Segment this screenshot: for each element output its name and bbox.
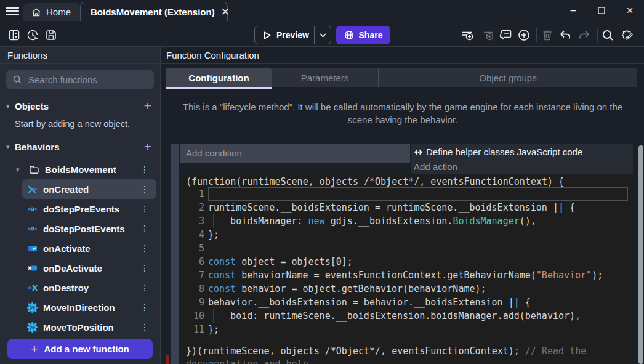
code-line[interactable]: 1 [181,187,633,201]
tree-item-oncreated[interactable]: onCreated ⋮ [22,179,156,199]
behaviors-section-header[interactable]: ▾ Behaviors + [0,139,160,155]
line-content[interactable]: }; [208,228,633,241]
events-sheet: Add condition Define helper classes Java… [161,139,644,364]
code-line[interactable]: 8const behavior = object.getBehavior(beh… [181,282,633,296]
main-menu-button[interactable] [6,7,19,15]
tree-item-label: doStepPreEvents [43,204,119,214]
objects-section-header[interactable]: ▾ Objects + [0,98,160,114]
tab-home-label: Home [46,7,71,17]
code-line[interactable]: 5 [181,241,633,255]
kebab-menu-icon[interactable]: ⋮ [140,224,149,233]
tab-object-groups[interactable]: Object groups [378,68,637,87]
line-content[interactable]: boid: runtimeScene.__boidsExtension.boid… [208,309,633,323]
code-line[interactable]: 6const object = objects[0]; [181,255,633,269]
line-content[interactable] [208,241,633,255]
add-condition-button[interactable]: Add condition [180,144,410,163]
javascript-code-editor[interactable]: (function(runtimeScene, objects /*Object… [181,174,633,364]
tab-parameters[interactable]: Parameters [272,68,378,87]
add-circle-icon[interactable] [517,28,531,42]
code-line[interactable]: 3 boidsManager: new gdjs.__boidsExtensio… [181,214,633,228]
kebab-menu-icon[interactable]: ⋮ [140,164,149,174]
add-object-button[interactable]: + [144,100,151,112]
caret-down-icon[interactable]: ▾ [16,166,23,174]
tree-item-onactivate[interactable]: onActivate ⋮ [0,238,160,258]
close-tab-icon[interactable]: ✕ [221,7,230,17]
caret-down-icon[interactable]: ▾ [6,102,15,110]
window-controls: – × [559,0,644,21]
add-action-button[interactable]: Add action [411,160,633,174]
close-window-button[interactable]: × [616,4,644,17]
redo-icon[interactable] [578,28,591,42]
event-drag-handle[interactable] [171,144,179,364]
project-manager-icon[interactable] [7,28,21,42]
trash-icon[interactable] [541,28,554,42]
tree-item-label: MoveInDirection [43,302,115,313]
tab-boidsmovement-extension[interactable]: BoidsMovement (Extension) ✕ [80,2,228,21]
function-configuration-title: Function Configuration [161,47,644,64]
code-line[interactable]: 11}; [181,323,633,336]
tab-home[interactable]: Home [23,3,80,21]
kebab-menu-icon[interactable]: ⋮ [140,302,149,312]
code-line[interactable]: 10 boid: runtimeScene.__boidsExtension.b… [181,309,633,323]
line-content[interactable]: }; [208,323,633,336]
line-number: 1 [181,187,208,201]
do-step-post-events-icon [27,224,38,234]
line-content[interactable]: const behaviorName = eventsFunctionConte… [208,269,633,282]
preview-dropdown-button[interactable] [315,33,331,38]
comment-icon[interactable] [499,28,513,42]
globe-icon [344,30,354,40]
kebab-menu-icon[interactable]: ⋮ [140,243,149,253]
kebab-menu-icon[interactable]: ⋮ [140,204,149,214]
line-number: 11 [181,323,208,336]
tree-item-ondeactivate[interactable]: onDeActivate ⋮ [0,258,160,278]
vertical-scrollbar[interactable] [638,145,643,364]
tree-item-dosteppreevents[interactable]: doStepPreEvents ⋮ [0,199,160,219]
kebab-menu-icon[interactable]: ⋮ [140,322,149,332]
tab-configuration[interactable]: Configuration [166,68,272,87]
toolbar-divider [597,28,598,42]
code-line[interactable]: 7const behaviorName = eventsFunctionCont… [181,269,633,282]
kebab-menu-icon[interactable]: ⋮ [140,283,149,293]
line-content[interactable]: runtimeScene.__boidsExtension = runtimeS… [208,201,633,214]
code-line[interactable]: 2runtimeScene.__boidsExtension = runtime… [181,201,633,214]
search-icon [12,75,22,84]
play-icon [262,31,272,40]
tree-item-boidsmovement[interactable]: ▾ BoidsMovement ⋮ [0,160,160,179]
tab-extension-label: BoidsMovement (Extension) [91,7,215,17]
undo-icon[interactable] [558,28,572,42]
maximize-button[interactable] [587,7,616,14]
edit-extension-icon[interactable] [621,28,638,42]
line-content[interactable]: const behavior = object.getBehavior(beha… [208,282,633,296]
add-subevent-icon[interactable] [481,28,494,42]
kebab-menu-icon[interactable]: ⋮ [140,184,149,194]
add-event-icon[interactable] [461,28,474,42]
save-icon[interactable] [44,28,58,42]
line-content[interactable]: boidsManager: new gdjs.__boidsExtension.… [208,214,633,228]
tree-item-label: BoidsMovement [45,164,116,175]
behaviors-section-label: Behaviors [15,142,60,152]
line-content[interactable]: behavior.__boidsExtension = behavior.__b… [208,296,633,309]
tree-item-movetoposition[interactable]: MoveToPosition ⋮ [0,317,160,337]
line-content[interactable]: const object = objects[0]; [208,255,633,269]
add-new-function-button[interactable]: + Add a new function [7,339,153,359]
code-line[interactable]: 9behavior.__boidsExtension = behavior.__… [181,296,633,309]
search-functions-box[interactable] [6,70,154,89]
tree-item-dosteppostevents[interactable]: doStepPostEvents ⋮ [0,219,160,238]
code-line[interactable]: 4}; [181,228,633,241]
function-gear-icon [27,322,38,333]
minimize-button[interactable]: – [559,5,587,16]
search-functions-input[interactable] [27,74,152,86]
tree-item-ondestroy[interactable]: onDestroy ⋮ [0,278,160,297]
search-icon[interactable] [601,28,614,42]
add-behavior-button[interactable]: + [144,140,151,153]
caret-down-icon[interactable]: ▾ [6,143,15,151]
line-number: 4 [181,228,208,241]
history-icon[interactable] [26,28,39,42]
line-content[interactable] [208,187,628,201]
tree-item-moveindirection[interactable]: MoveInDirection ⋮ [0,297,160,317]
preview-button[interactable]: Preview [254,26,331,44]
toolbar-divider [536,28,537,42]
kebab-menu-icon[interactable]: ⋮ [140,263,149,273]
share-button[interactable]: Share [336,26,390,44]
js-code-action[interactable]: Define helper classes JavaScript code [411,144,633,160]
